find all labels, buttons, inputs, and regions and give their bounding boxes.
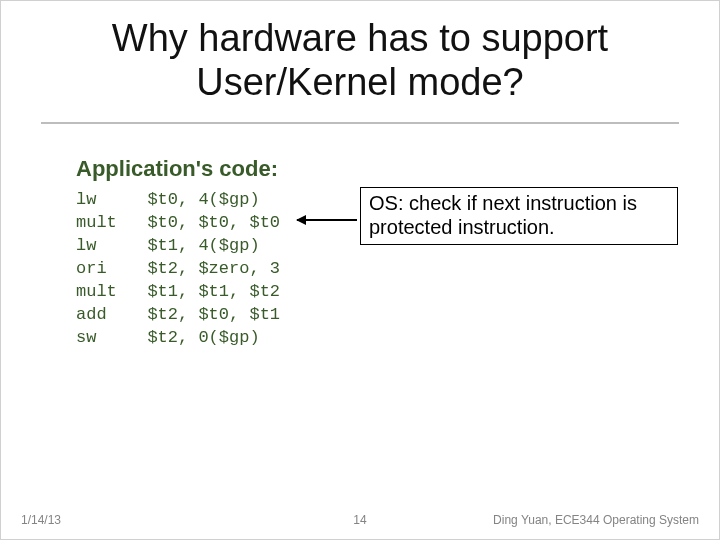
callout-box: OS: check if next instruction is protect… bbox=[360, 187, 678, 245]
footer-attribution: Ding Yuan, ECE344 Operating System bbox=[493, 513, 699, 527]
arrow-icon bbox=[297, 219, 357, 221]
title-region: Why hardware has to support User/Kernel … bbox=[41, 7, 679, 124]
code-block: lw $t0, 4($gp) mult $t0, $t0, $t0 lw $t1… bbox=[76, 189, 280, 350]
slide-title: Why hardware has to support User/Kernel … bbox=[51, 17, 669, 104]
footer-date: 1/14/13 bbox=[21, 513, 61, 527]
slide: Why hardware has to support User/Kernel … bbox=[0, 0, 720, 540]
section-label: Application's code: bbox=[76, 156, 278, 182]
footer: 1/14/13 14 Ding Yuan, ECE344 Operating S… bbox=[21, 513, 699, 527]
